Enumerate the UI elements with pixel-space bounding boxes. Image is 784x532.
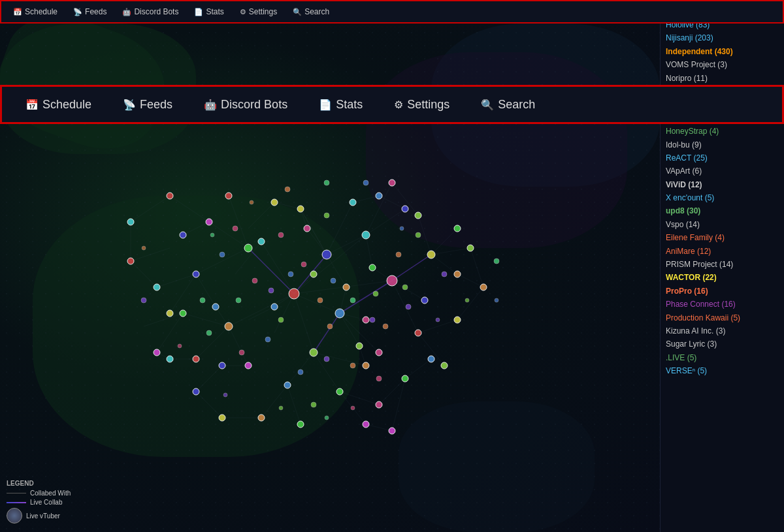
svg-point-178 <box>324 180 329 185</box>
svg-line-36 <box>431 248 470 255</box>
sidebar-item-xenccount[interactable]: X enc'ount (5) <box>666 191 779 204</box>
svg-point-101 <box>350 199 356 206</box>
nav-search-small[interactable]: 🔍 Search <box>286 5 336 19</box>
svg-point-120 <box>258 238 265 245</box>
svg-point-183 <box>141 298 146 303</box>
sidebar-item-upd8[interactable]: upd8 (30) <box>666 204 779 217</box>
svg-line-46 <box>301 209 327 255</box>
svg-line-50 <box>470 248 483 287</box>
svg-point-191 <box>250 200 253 204</box>
svg-line-31 <box>170 274 196 313</box>
svg-point-186 <box>495 298 498 302</box>
svg-point-96 <box>427 251 435 258</box>
nav-stats-large[interactable]: 📄 Stats <box>306 93 376 117</box>
svg-point-104 <box>284 382 291 388</box>
svg-point-193 <box>465 298 469 302</box>
sidebar-item-animare[interactable]: AniMare (12) <box>666 245 779 258</box>
svg-point-163 <box>324 213 329 218</box>
svg-line-23 <box>287 352 314 385</box>
nav-schedule-large[interactable]: 📅 Schedule <box>12 93 105 117</box>
svg-point-172 <box>200 298 205 303</box>
sidebar-item-vspo[interactable]: Vspo (14) <box>666 218 779 231</box>
svg-line-65 <box>131 196 170 222</box>
svg-point-182 <box>376 376 382 381</box>
svg-point-91 <box>225 322 233 330</box>
legend-live-vtuber-label: Live vTuber <box>26 512 60 520</box>
svg-line-45 <box>274 202 301 209</box>
svg-point-181 <box>311 402 316 407</box>
svg-point-156 <box>288 272 293 277</box>
svg-point-152 <box>301 262 306 267</box>
sidebar-item-kizuna[interactable]: Kizuna AI Inc. (3) <box>666 324 779 337</box>
sidebar-item-noripro[interactable]: Noripro (11) <box>666 72 779 85</box>
sidebar-item-honeystrap[interactable]: HoneyStrap (4) <box>666 125 779 138</box>
nav-settings-large[interactable]: ⚙ Settings <box>381 93 463 117</box>
svg-point-153 <box>269 288 274 293</box>
sidebar-item-phase[interactable]: Phase Connect (16) <box>666 298 779 311</box>
svg-point-160 <box>236 298 241 303</box>
svg-line-41 <box>340 392 379 405</box>
sidebar-item-vapart[interactable]: VApArt (6) <box>666 164 779 178</box>
sidebar-item-independent[interactable]: Independent (430) <box>666 45 779 58</box>
svg-point-192 <box>400 227 404 230</box>
svg-point-121 <box>271 199 278 206</box>
nav-schedule-small[interactable]: 📅 Schedule <box>7 5 64 19</box>
svg-point-175 <box>416 232 421 238</box>
svg-point-168 <box>298 369 303 375</box>
svg-point-89 <box>322 250 331 259</box>
svg-line-69 <box>196 392 222 418</box>
viz-area <box>0 0 660 532</box>
legend-collab-with-label: Collabed With <box>30 490 71 497</box>
svg-line-8 <box>327 235 366 255</box>
stats-icon: 📄 <box>194 8 203 16</box>
sidebar-item-prodkawaii[interactable]: Production Kawaii (5) <box>666 311 779 324</box>
sidebar-item-react[interactable]: ReACT (25) <box>666 151 779 164</box>
nav-search-large[interactable]: 🔍 Search <box>468 93 548 117</box>
sidebar-item-propro[interactable]: ProPro (16) <box>666 285 779 298</box>
svg-point-164 <box>278 232 284 238</box>
sidebar-item-eilene[interactable]: Eilene Family (4) <box>666 231 779 244</box>
search-large-icon: 🔍 <box>481 99 494 111</box>
svg-line-30 <box>157 274 196 287</box>
nav-stats-small[interactable]: 📄 Stats <box>188 5 230 19</box>
svg-point-134 <box>376 193 382 199</box>
svg-line-63 <box>366 235 372 268</box>
sidebar-item-voms[interactable]: VOMS Project (3) <box>666 58 779 71</box>
sidebar-item-idolbu[interactable]: Idol-bu (9) <box>666 138 779 151</box>
svg-point-138 <box>219 362 225 369</box>
legend-live-collab: Live Collab <box>7 499 71 506</box>
sidebar-item-sugarlyric[interactable]: Sugar Lyric (3) <box>666 337 779 351</box>
svg-point-124 <box>428 356 434 362</box>
svg-line-87 <box>392 255 431 281</box>
nav-discord-bots-large[interactable]: 🤖 Discord Bots <box>191 93 301 117</box>
svg-point-169 <box>402 285 408 290</box>
svg-line-28 <box>170 196 209 222</box>
sidebar-item-live[interactable]: .LIVE (5) <box>666 351 779 364</box>
sidebar-item-wactor[interactable]: WACTOR (22) <box>666 271 779 284</box>
sidebar-item-verse[interactable]: VERSEⁿ (5) <box>666 364 779 377</box>
settings-large-icon: ⚙ <box>394 99 403 111</box>
svg-line-13 <box>229 196 248 248</box>
svg-point-196 <box>325 416 329 420</box>
svg-line-52 <box>405 359 431 379</box>
svg-point-167 <box>350 363 355 368</box>
nav-discord-bots-small[interactable]: 🤖 Discord Bots <box>116 5 185 19</box>
svg-line-48 <box>131 261 157 287</box>
sidebar-item-prism[interactable]: PRISM Project (14) <box>666 258 779 271</box>
svg-point-102 <box>297 206 304 212</box>
svg-line-44 <box>248 202 274 228</box>
svg-point-126 <box>480 284 487 290</box>
svg-point-161 <box>396 252 401 257</box>
svg-point-92 <box>335 309 344 318</box>
svg-point-158 <box>252 278 257 283</box>
sidebar-item-vivid[interactable]: ViViD (12) <box>666 178 779 191</box>
sidebar-item-nijisanji[interactable]: Nijisanji (203) <box>666 31 779 44</box>
nav-feeds-large[interactable]: 📡 Feeds <box>110 93 186 117</box>
svg-point-180 <box>363 180 368 185</box>
svg-point-148 <box>180 232 186 238</box>
nav-feeds-small[interactable]: 📡 Feeds <box>67 5 113 19</box>
nav-settings-small[interactable]: ⚙ Settings <box>233 5 284 19</box>
svg-line-49 <box>457 287 483 320</box>
svg-point-99 <box>180 310 186 317</box>
svg-point-159 <box>406 304 411 309</box>
